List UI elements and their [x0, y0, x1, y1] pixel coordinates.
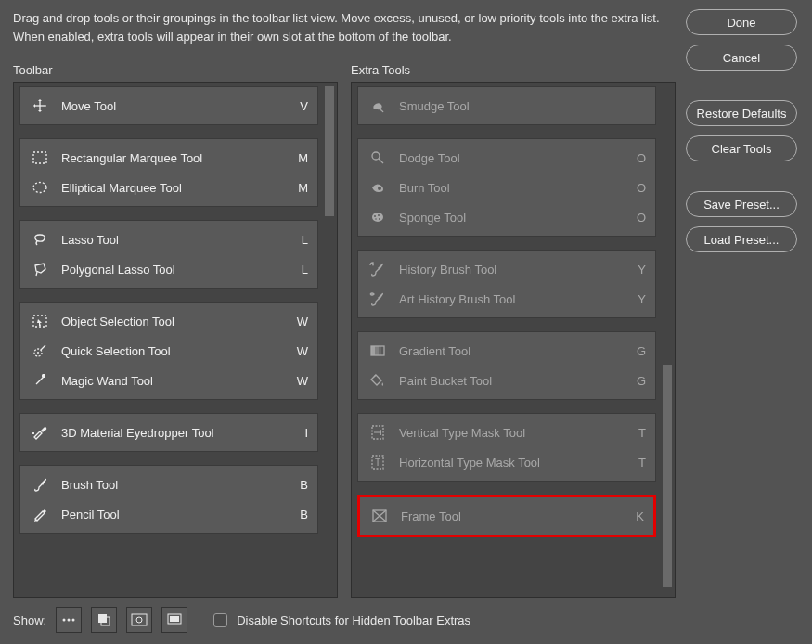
done-button[interactable]: Done: [686, 9, 797, 35]
tool-row[interactable]: History Brush ToolY: [358, 254, 655, 284]
tool-shortcut-label: V: [290, 99, 308, 113]
show-option-quickmask[interactable]: [126, 607, 152, 633]
tool-group[interactable]: Object Selection ToolWQuick Selection To…: [19, 302, 318, 400]
tool-group[interactable]: Move ToolV: [19, 86, 318, 125]
load-preset-button[interactable]: Load Preset...: [686, 226, 797, 252]
art-history-brush-icon: [367, 290, 388, 307]
tool-name-label: Burn Tool: [399, 181, 627, 195]
tool-row[interactable]: Object Selection ToolW: [20, 306, 317, 336]
bottom-bar: Show: Disable Shortcuts for Hidden Toolb…: [13, 607, 799, 633]
tool-shortcut-label: G: [627, 374, 646, 388]
tool-name-label: Art History Brush Tool: [399, 292, 627, 306]
svg-point-12: [379, 218, 380, 220]
tool-row[interactable]: Move ToolV: [20, 91, 317, 121]
tool-shortcut-label: M: [290, 181, 308, 195]
tool-group[interactable]: Frame ToolK: [357, 495, 656, 537]
toolbar-panel: Move ToolVRectangular Marquee ToolMEllip…: [13, 82, 338, 598]
show-label: Show:: [13, 613, 46, 627]
tool-row[interactable]: THorizontal Type Mask ToolT: [358, 447, 655, 477]
cancel-button[interactable]: Cancel: [686, 45, 797, 71]
tool-row[interactable]: Elliptical Marquee ToolM: [20, 173, 317, 202]
pencil-icon: [30, 506, 50, 522]
disable-shortcuts-checkbox[interactable]: [213, 613, 227, 627]
tool-row[interactable]: Magic Wand ToolW: [20, 366, 317, 395]
tool-name-label: Sponge Tool: [399, 211, 627, 225]
tool-name-label: Horizontal Type Mask Tool: [399, 456, 627, 470]
lasso-icon: [30, 231, 50, 248]
svg-point-10: [374, 215, 376, 217]
tool-shortcut-label: K: [625, 509, 644, 523]
tool-shortcut-label: T: [627, 426, 646, 440]
svg-point-26: [68, 619, 71, 622]
tool-row[interactable]: Paint Bucket ToolG: [358, 366, 655, 395]
gradient-icon: [367, 342, 388, 359]
ellipse-marquee-icon: [30, 179, 50, 196]
tool-shortcut-label: I: [290, 426, 308, 440]
toolbar-scrollbar[interactable]: [325, 86, 334, 593]
tool-group[interactable]: Gradient ToolGPaint Bucket ToolG: [357, 331, 656, 400]
brush-icon: [30, 476, 50, 493]
svg-point-13: [375, 218, 377, 220]
tool-group[interactable]: Smudge Tool: [357, 86, 656, 125]
tool-shortcut-label: O: [627, 181, 646, 195]
tool-row[interactable]: Lasso ToolL: [20, 225, 317, 254]
tool-name-label: Elliptical Marquee Tool: [61, 181, 290, 195]
tool-row[interactable]: Gradient ToolG: [358, 336, 655, 366]
extra-panel: Smudge ToolDodge ToolOBurn ToolOSponge T…: [351, 82, 676, 598]
tool-group[interactable]: Dodge ToolOBurn ToolOSponge ToolO: [357, 138, 656, 237]
smudge-icon: [367, 97, 388, 114]
tool-row[interactable]: Art History Brush ToolY: [358, 284, 655, 314]
clear-tools-button[interactable]: Clear Tools: [686, 135, 797, 161]
toolbar-section-label: Toolbar: [13, 63, 53, 77]
tool-name-label: Object Selection Tool: [61, 315, 290, 328]
tool-shortcut-label: M: [290, 151, 308, 165]
tool-group[interactable]: History Brush ToolYArt History Brush Too…: [357, 250, 656, 318]
svg-rect-30: [132, 614, 147, 625]
tool-group[interactable]: TVertical Type Mask ToolTTHorizontal Typ…: [357, 413, 656, 482]
poly-lasso-icon: [30, 261, 50, 277]
button-column: Done Cancel Restore Defaults Clear Tools…: [686, 9, 799, 252]
svg-point-25: [63, 619, 66, 622]
extra-section-label: Extra Tools: [351, 63, 410, 77]
tool-row[interactable]: Polygonal Lasso ToolL: [20, 254, 317, 284]
tool-group[interactable]: Lasso ToolLPolygonal Lasso ToolL: [19, 220, 318, 289]
save-preset-button[interactable]: Save Preset...: [686, 191, 797, 217]
history-brush-icon: [367, 261, 388, 277]
tool-group[interactable]: 3D Material Eyedropper ToolI: [19, 413, 318, 452]
tool-row[interactable]: Burn ToolO: [358, 173, 655, 202]
tool-name-label: Polygonal Lasso Tool: [61, 263, 290, 277]
tool-row[interactable]: Pencil ToolB: [20, 499, 317, 529]
extra-scrollbar-thumb[interactable]: [663, 365, 672, 587]
show-option-screenmode[interactable]: [161, 607, 187, 633]
restore-defaults-button[interactable]: Restore Defaults: [686, 100, 797, 126]
tool-shortcut-label: Y: [627, 292, 646, 306]
tool-name-label: Lasso Tool: [61, 233, 290, 247]
tool-row[interactable]: Quick Selection ToolW: [20, 336, 317, 366]
tool-shortcut-label: W: [290, 344, 308, 358]
tool-group[interactable]: Rectangular Marquee ToolMElliptical Marq…: [19, 138, 318, 207]
show-option-ellipsis[interactable]: [56, 607, 82, 633]
tool-name-label: History Brush Tool: [399, 263, 627, 277]
tool-shortcut-label: B: [290, 508, 308, 522]
tool-shortcut-label: B: [290, 478, 308, 492]
tool-group[interactable]: Brush ToolBPencil ToolB: [19, 465, 318, 534]
extra-scrollbar[interactable]: [663, 86, 672, 593]
show-option-fg-bg[interactable]: [91, 607, 117, 633]
tool-row[interactable]: Frame ToolK: [360, 501, 653, 531]
rect-marquee-icon: [30, 149, 50, 166]
tool-row[interactable]: Sponge ToolO: [358, 202, 655, 232]
tool-row[interactable]: Rectangular Marquee ToolM: [20, 143, 317, 173]
tool-row[interactable]: TVertical Type Mask ToolT: [358, 418, 655, 447]
svg-rect-17: [379, 346, 381, 355]
svg-rect-16: [375, 346, 379, 355]
eyedropper-3d-icon: [30, 424, 50, 441]
dodge-icon: [367, 149, 388, 166]
tool-row[interactable]: Dodge ToolO: [358, 143, 655, 173]
tool-row[interactable]: Brush ToolB: [20, 470, 317, 499]
toolbar-scrollbar-thumb[interactable]: [325, 86, 334, 216]
tool-row[interactable]: 3D Material Eyedropper ToolI: [20, 418, 317, 447]
svg-point-9: [372, 213, 383, 222]
tool-row[interactable]: Smudge Tool: [358, 91, 655, 121]
extra-list[interactable]: Smudge ToolDodge ToolOBurn ToolOSponge T…: [355, 86, 658, 593]
toolbar-list[interactable]: Move ToolVRectangular Marquee ToolMEllip…: [18, 86, 320, 593]
